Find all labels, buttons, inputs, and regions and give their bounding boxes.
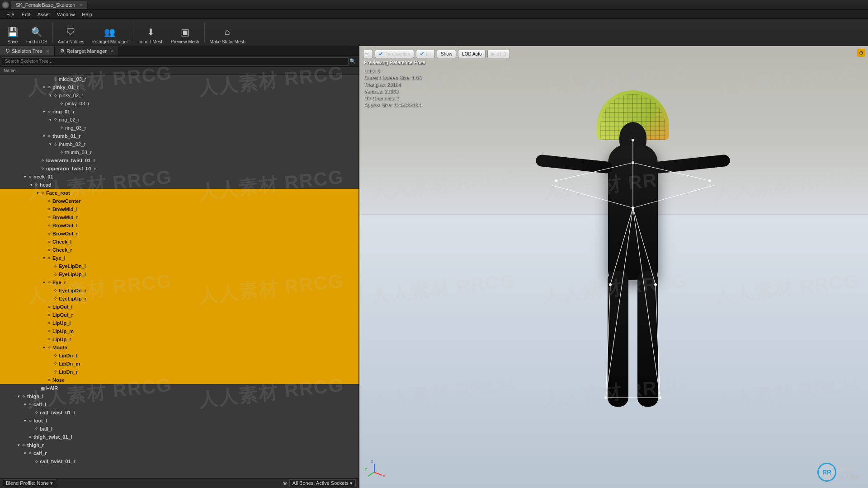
bone-check_l[interactable]: ✧Check_l bbox=[0, 238, 359, 246]
bone-lipdn_m[interactable]: ✧LipDn_m bbox=[0, 360, 359, 368]
menu-window[interactable]: Window bbox=[53, 11, 78, 18]
lod-button[interactable]: LOD Auto bbox=[458, 50, 486, 58]
bone-eyelipup_r[interactable]: ✧EyeLipUp_r bbox=[0, 295, 359, 303]
viewport-settings-icon[interactable]: ⚙ bbox=[857, 49, 865, 57]
bone-ring_01_r[interactable]: ▾✧ring_01_r bbox=[0, 108, 359, 116]
bone-thumb_02_r[interactable]: ▾✧thumb_02_r bbox=[0, 140, 359, 148]
expand-icon[interactable]: ▾ bbox=[23, 418, 27, 423]
lit-button[interactable]: ✔Lit bbox=[416, 50, 435, 58]
bone-eyelipdn_l[interactable]: ✧EyeLipDn_l bbox=[0, 262, 359, 270]
bone-calf_l[interactable]: ▾✧calf_l bbox=[0, 400, 359, 408]
bone-middle_03_r[interactable]: ✧middle_03_r bbox=[0, 75, 359, 83]
bone-nose[interactable]: ✧Nose bbox=[0, 376, 359, 384]
column-header-name[interactable]: Name bbox=[0, 67, 359, 75]
bone-eye_r[interactable]: ▾✧Eye_r bbox=[0, 278, 359, 286]
expand-icon[interactable]: ▾ bbox=[48, 93, 52, 98]
search-icon[interactable]: 🔍 bbox=[349, 58, 357, 64]
bone-lipout_l[interactable]: ✧LipOut_l bbox=[0, 303, 359, 311]
menu-edit[interactable]: Edit bbox=[18, 11, 34, 18]
bone-thigh_l[interactable]: ▾✧thigh_l bbox=[0, 392, 359, 400]
viewport-menu-button[interactable]: ≡ bbox=[363, 50, 373, 58]
menu-help[interactable]: Help bbox=[78, 11, 96, 18]
bone-lipdn_l[interactable]: ✧LipDn_l bbox=[0, 352, 359, 360]
playback-speed-button[interactable]: ▶x1.0 bbox=[487, 50, 510, 58]
bone-pinky_01_r[interactable]: ▾✧pinky_01_r bbox=[0, 83, 359, 91]
bone-lipdn_r[interactable]: ✧LipDn_r bbox=[0, 368, 359, 376]
bone-lipout_r[interactable]: ✧LipOut_r bbox=[0, 311, 359, 319]
toolbar-preview-mesh[interactable]: ▣Preview Mesh bbox=[167, 20, 203, 45]
bone-calf_twist_01_r[interactable]: ✧calf_twist_01_r bbox=[0, 457, 359, 465]
expand-icon[interactable]: ▾ bbox=[35, 191, 40, 195]
bone-ring_02_r[interactable]: ▾✧ring_02_r bbox=[0, 116, 359, 124]
bone-face_root[interactable]: ▾✧Face_root bbox=[0, 189, 359, 197]
bone-pinky_02_r[interactable]: ▾✧pinky_02_r bbox=[0, 91, 359, 99]
menu-file[interactable]: File bbox=[3, 11, 18, 18]
bone-browmid_r[interactable]: ✧BrowMid_r bbox=[0, 213, 359, 221]
tab-icon: ⌬ bbox=[5, 48, 10, 54]
viewport[interactable]: ≡ ✔Perspective ✔Lit Show LOD Auto ▶x1.0 … bbox=[359, 46, 868, 488]
expand-icon[interactable]: ▾ bbox=[23, 451, 27, 455]
bone-thigh_r[interactable]: ▾✧thigh_r bbox=[0, 441, 359, 449]
toolbar-find-in-cb[interactable]: 🔍Find in CB bbox=[23, 20, 51, 45]
bone-lowerarm_twist_01_r[interactable]: ✧lowerarm_twist_01_r bbox=[0, 156, 359, 164]
bone-lipup_m[interactable]: ✧LipUp_m bbox=[0, 327, 359, 335]
bone-mouth[interactable]: ▾✧Mouth bbox=[0, 343, 359, 352]
bone-check_r[interactable]: ✧Check_r bbox=[0, 246, 359, 254]
expand-icon[interactable]: ▾ bbox=[16, 394, 21, 399]
tab-skeleton-tree[interactable]: ⌬Skeleton Tree× bbox=[0, 46, 55, 56]
toolbar-retarget-manager[interactable]: 👥Retarget Manager bbox=[88, 20, 132, 45]
bone-lipup_r[interactable]: ✧LipUp_r bbox=[0, 335, 359, 343]
expand-icon[interactable]: ▾ bbox=[42, 109, 46, 114]
menu-asset[interactable]: Asset bbox=[34, 11, 54, 18]
search-input[interactable] bbox=[2, 57, 349, 66]
bone-browcenter[interactable]: ✧BrowCenter bbox=[0, 197, 359, 205]
tab-retarget-manager[interactable]: ⚙Retarget Manager× bbox=[55, 46, 119, 56]
expand-icon[interactable]: ▾ bbox=[23, 402, 27, 407]
bone-thigh_twist_01_l[interactable]: ✧thigh_twist_01_l bbox=[0, 433, 359, 441]
bone-browout_l[interactable]: ✧BrowOut_l bbox=[0, 221, 359, 230]
bone-neck_01[interactable]: ▾✧neck_01 bbox=[0, 173, 359, 181]
bone-thumb_03_r[interactable]: ✧thumb_03_r bbox=[0, 148, 359, 156]
toolbar-make-static-mesh[interactable]: ⌂Make Static Mesh bbox=[206, 20, 249, 45]
bone-foot_l[interactable]: ▾✧foot_l bbox=[0, 417, 359, 425]
bone-thumb_01_r[interactable]: ▾✧thumb_01_r bbox=[0, 132, 359, 140]
bone-filter-dropdown[interactable]: All Bones, Active Sockets ▾ bbox=[289, 479, 356, 487]
bone-ball_l[interactable]: ✧ball_l bbox=[0, 425, 359, 433]
bone-browout_r[interactable]: ✧BrowOut_r bbox=[0, 230, 359, 238]
perspective-button[interactable]: ✔Perspective bbox=[375, 50, 414, 58]
show-button[interactable]: Show bbox=[437, 50, 456, 58]
bone-calf_r[interactable]: ▾✧calf_r bbox=[0, 449, 359, 457]
bone-browmid_l[interactable]: ✧BrowMid_l bbox=[0, 205, 359, 213]
bone-lipup_l[interactable]: ✧LipUp_l bbox=[0, 319, 359, 327]
expand-icon[interactable]: ▾ bbox=[42, 345, 46, 350]
expand-icon[interactable]: ▾ bbox=[48, 117, 52, 122]
bone-upperarm_twist_01_r[interactable]: ✧upperarm_twist_01_r bbox=[0, 164, 359, 173]
bone-eye_l[interactable]: ▾✧Eye_l bbox=[0, 254, 359, 262]
blend-profile-dropdown[interactable]: Blend Profile: None ▾ bbox=[3, 479, 56, 487]
close-icon[interactable]: × bbox=[110, 48, 113, 54]
bone-ring_03_r[interactable]: ✧ring_03_r bbox=[0, 124, 359, 132]
bone-hair[interactable]: ▦HAIR bbox=[0, 384, 359, 392]
expand-icon[interactable]: ▾ bbox=[42, 134, 46, 138]
expand-icon[interactable]: ▾ bbox=[16, 443, 21, 447]
toolbar-anim-notifies[interactable]: 🛡Anim Notifies bbox=[54, 20, 88, 45]
toolbar-save[interactable]: 💾Save bbox=[3, 20, 23, 45]
close-icon[interactable]: × bbox=[46, 48, 49, 54]
axis-y-label: y bbox=[365, 466, 367, 471]
expand-icon[interactable]: ▾ bbox=[29, 183, 33, 187]
expand-icon[interactable]: ▾ bbox=[42, 85, 46, 89]
skeleton-tree[interactable]: ✧middle_03_r▾✧pinky_01_r▾✧pinky_02_r✧pin… bbox=[0, 75, 359, 478]
bone-eyelipup_l[interactable]: ✧EyeLipUp_l bbox=[0, 270, 359, 278]
document-tab[interactable]: SK_FemaleBase_Skeleton × bbox=[11, 1, 87, 9]
toolbar-import-mesh[interactable]: ⬇Import Mesh bbox=[135, 20, 167, 45]
expand-icon[interactable]: ▾ bbox=[23, 174, 27, 179]
close-icon[interactable]: × bbox=[79, 2, 82, 8]
expand-icon[interactable]: ▾ bbox=[42, 280, 46, 285]
expand-icon[interactable]: ▾ bbox=[48, 142, 52, 146]
bone-head[interactable]: ▾✧head bbox=[0, 181, 359, 189]
bone-icon: ✧ bbox=[59, 101, 64, 107]
bone-calf_twist_01_l[interactable]: ✧calf_twist_01_l bbox=[0, 408, 359, 417]
bone-eyelipdn_r[interactable]: ✧EyeLipDn_r bbox=[0, 286, 359, 295]
bone-pinky_03_r[interactable]: ✧pinky_03_r bbox=[0, 99, 359, 108]
expand-icon[interactable]: ▾ bbox=[42, 256, 46, 260]
